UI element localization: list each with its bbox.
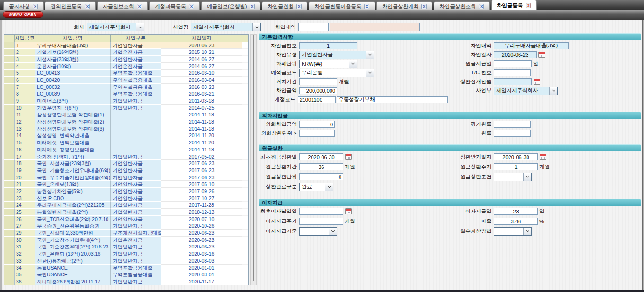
cell-date[interactable]: 2020-06-23 [161,230,242,237]
table-row[interactable]: 10기업운영자금(6억)기업일반자금2014-07-25 [4,105,248,112]
cell-type[interactable]: 무역포괄금융대출 [111,265,161,272]
cell-type[interactable]: 기업일반자금 [111,42,161,49]
cell-type[interactable] [111,146,161,153]
cell-type[interactable]: 기업일반자금 [111,153,161,160]
cell-date[interactable]: 2017-05-02 [161,153,242,160]
chevron-down-icon[interactable] [523,228,531,235]
table-row[interactable]: 18국민_시설자금(23억3천)기업일반자금2017-06-23 [4,160,248,167]
row-selector[interactable] [4,209,15,216]
cell-date[interactable]: 2014-11-18 [161,146,242,153]
cell-date[interactable]: 2014-11-18 [161,118,242,125]
table-row[interactable]: 21국민_온랜딩(13억)기업일반자금2017-05-10 [4,181,248,188]
site-select[interactable]: 제일저지주식회사 [191,23,261,31]
cell-date[interactable]: 2014-11-20 [161,132,242,139]
cell-code[interactable]: 23 [15,195,35,202]
account-name-field[interactable] [337,96,448,103]
cell-date[interactable]: 2017-06-23 [161,174,242,181]
tab-close-icon[interactable]: x [526,3,531,8]
account-code-field[interactable] [298,96,336,103]
repay-condition-select[interactable] [494,173,532,181]
cell-name[interactable]: 삼성생명단체보험 약관대출(1) [35,111,111,118]
cell-name[interactable]: 삼성생명_변액약관대출 [35,132,111,139]
cell-type[interactable]: 기업일반자금 [111,167,161,174]
cell-code[interactable]: 27 [15,222,35,230]
cell-code[interactable]: 1 [15,42,35,49]
table-row[interactable]: 29국민_시설대 2,330백만원구조개선시설자금대출2020-06-23 [4,230,248,237]
cell-name[interactable]: 신한(-)통장예금(2억) [35,257,111,265]
cell-code[interactable]: 12 [15,118,35,125]
interest-payday-field[interactable] [494,208,538,215]
cell-code[interactable]: 26 [15,216,35,223]
loan-detail-input[interactable] [298,23,329,31]
cell-name[interactable]: 국민_시설자금(23억3천) [35,160,111,167]
table-row[interactable]: 17중기청 정책자금(1억)기업일반자금2017-05-02 [4,153,248,160]
lc-number-field[interactable] [494,69,531,76]
table-row[interactable]: 33신한(-)통장예금(2억)기업일반자금2020-08-03 [4,257,248,265]
cell-type[interactable]: 기업일반자금 [111,222,161,230]
cell-name[interactable]: 우리구매자금대출(2억)221205 [35,202,111,209]
cell-date[interactable]: 2020-03-16 [161,250,242,257]
cell-date[interactable]: 2014-07-25 [161,105,242,112]
table-row[interactable]: 16미래에셋_경영인보험대출2014-11-18 [4,146,248,153]
cell-name[interactable]: 삼성생명단체보험 약관대출(3) [35,125,111,133]
cell-type[interactable]: 무역포괄금융대출 [111,84,161,91]
calendar-icon[interactable] [540,154,546,160]
row-selector[interactable] [4,167,15,174]
cell-date[interactable]: 2020-07-10 [161,216,242,223]
cell-date[interactable]: 2020-03-01 [161,271,242,278]
table-row[interactable]: 26국민_TCB신용대출(2억) 20.7.10기업일반자금2020-07-10 [4,216,248,223]
chevron-down-icon[interactable] [366,69,374,77]
row-selector[interactable] [4,111,15,118]
cell-type[interactable] [111,132,161,139]
tab-자금일보조회[interactable]: 자금일보조회x [97,1,148,10]
repay-cycle-field[interactable] [494,163,538,170]
table-row[interactable]: 20국민_우수기술기업신용대출(4억)기업일반자금2017-06-23 [4,174,248,181]
table-row[interactable]: 35국민USANCE무역포괄금융대출2020-03-01 [4,271,248,278]
table-row[interactable]: 31국민_기술창조우대(2억) 20.6.23기업일반자금2020-06-23 [4,243,248,250]
cell-code[interactable]: 21 [15,181,35,188]
cell-type[interactable]: 기업일반자금 [111,250,161,257]
table-row[interactable]: 32국민_온랜딩 (13억) 20.03.16기업일반자금2020-03-16 [4,250,248,257]
cell-date[interactable]: 2020-08-03 [161,257,242,265]
row-selector[interactable] [4,250,15,257]
row-selector[interactable] [4,278,15,285]
cell-type[interactable] [111,118,161,125]
row-selector[interactable] [4,271,15,278]
cell-type[interactable]: 기업일반자금 [111,56,161,63]
row-selector[interactable] [4,49,15,56]
loan-type-select[interactable]: 기업일반자금 [299,51,374,59]
cell-type[interactable]: 기업운전자금 [111,237,161,244]
calendar-icon[interactable] [534,79,540,85]
cell-date[interactable]: 2014-11-20 [161,139,242,146]
row-selector[interactable] [4,77,15,84]
cell-code[interactable]: 7 [15,84,35,91]
cell-name[interactable]: 마이너스(3억) [35,97,111,105]
cell-code[interactable]: 11 [15,111,35,118]
chevron-down-icon[interactable] [366,51,374,59]
maturity-date-field[interactable] [494,153,538,160]
chevron-down-icon[interactable] [136,23,144,31]
first-repay-date-field[interactable] [299,153,343,160]
cell-date[interactable]: 2020-06-23 [161,237,242,244]
chevron-down-icon[interactable] [349,60,357,68]
table-row[interactable]: 12삼성생명단체보험 약관대출(2)2014-11-18 [4,118,248,125]
cell-code[interactable]: 31 [15,243,35,250]
cell-code[interactable]: 8 [15,90,35,97]
cell-code[interactable]: 9 [15,97,35,105]
repay-period-field[interactable] [299,163,343,170]
day-calc-select[interactable] [494,227,532,236]
tab-close-icon[interactable]: x [189,4,194,9]
cell-name[interactable]: 국민_온랜딩(13억) [35,181,111,188]
cell-date[interactable]: 2015-10-21 [161,49,242,56]
first-interest-date-field[interactable] [299,208,343,215]
cell-date[interactable]: 2018-12-13 [161,209,242,216]
cell-type[interactable]: 기업운전자금 [111,49,161,56]
cell-date[interactable]: 2020-11-17 [161,278,242,285]
cell-type[interactable]: 기업일반자금 [111,243,161,250]
row-selector[interactable] [4,132,15,139]
table-row[interactable]: 14삼성생명_변액약관대출2014-11-20 [4,132,248,139]
table-row[interactable]: 34농협USANCE무역포괄금융대출2020-01-01 [4,265,248,272]
table-row[interactable]: 9마이너스(3억)기업일반자금2011-03-18 [4,97,248,105]
cell-type[interactable]: 기업일반자금 [111,188,161,195]
table-row[interactable]: 8LC_00089무역포괄금융대출2016-03-21 [4,90,248,97]
